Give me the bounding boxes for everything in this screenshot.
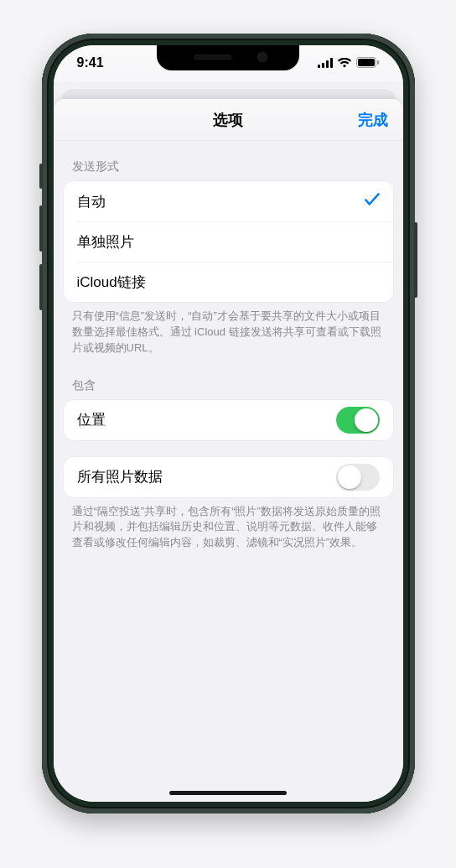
send-format-group: 自动 单独照片 iCloud链接: [64, 181, 393, 302]
option-label: 单独照片: [77, 232, 134, 252]
wifi-icon: [337, 58, 352, 68]
all-photo-data-group: 所有照片数据: [64, 457, 393, 497]
location-toggle[interactable]: [336, 407, 380, 434]
svg-rect-1: [322, 63, 324, 68]
side-button: [414, 222, 417, 298]
sheet-body[interactable]: 发送形式 自动 单独照片 iCloud链接: [54, 141, 403, 802]
battery-icon: [356, 57, 380, 68]
options-sheet: 选项 完成 发送形式 自动 单独照片: [54, 99, 403, 802]
screen: 9:41 选项 完成: [54, 45, 403, 802]
volume-down-button: [39, 264, 43, 310]
all-photo-data-row: 所有照片数据: [64, 457, 393, 497]
volume-up-button: [39, 205, 43, 252]
checkmark-icon: [365, 193, 380, 211]
cellular-icon: [318, 58, 333, 68]
include-group: 位置: [64, 400, 393, 440]
mute-switch: [39, 164, 43, 189]
all-photo-data-footer: 通过“隔空投送”共享时，包含所有“照片”数据将发送原始质量的照片和视频，并包括编…: [54, 497, 403, 555]
svg-rect-5: [358, 59, 375, 66]
phone-frame: 9:41 选项 完成: [42, 34, 415, 813]
svg-rect-0: [318, 65, 320, 68]
navbar: 选项 完成: [54, 99, 403, 141]
status-time: 9:41: [77, 55, 104, 70]
home-indicator[interactable]: [169, 791, 287, 795]
section-header-include: 包含: [54, 360, 403, 400]
page-title: 选项: [213, 110, 243, 130]
svg-rect-3: [330, 58, 333, 68]
row-label: 位置: [77, 410, 106, 429]
option-label: iCloud链接: [77, 273, 146, 292]
option-single-photo[interactable]: 单独照片: [64, 221, 393, 262]
done-button[interactable]: 完成: [358, 99, 388, 140]
all-photo-data-toggle[interactable]: [336, 464, 380, 491]
send-format-footer: 只有使用“信息”发送时，“自动”才会基于要共享的文件大小或项目数量选择最佳格式。…: [54, 302, 403, 360]
row-label: 所有照片数据: [77, 467, 163, 486]
location-row: 位置: [64, 400, 393, 440]
option-auto[interactable]: 自动: [64, 181, 393, 221]
section-header-send-format: 发送形式: [54, 141, 403, 181]
option-label: 自动: [77, 192, 106, 211]
option-icloud-link[interactable]: iCloud链接: [64, 262, 393, 302]
svg-rect-2: [326, 60, 329, 68]
notch: [157, 45, 299, 70]
svg-rect-6: [377, 60, 379, 65]
